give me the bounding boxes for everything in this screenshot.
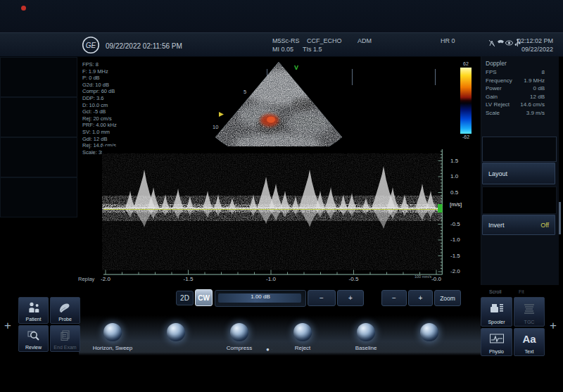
physio-label: Physio [489, 349, 504, 354]
physio-button[interactable]: Physio [481, 328, 512, 356]
mode-2d-button[interactable]: 2D [176, 291, 194, 305]
zoom-out-button[interactable]: − [381, 290, 407, 306]
param-line: Gdl: 12 dB [82, 136, 167, 143]
slider-value: 1.00 dB [215, 293, 305, 300]
rotary-knob[interactable] [293, 323, 312, 341]
depth-label-5: 5 [243, 89, 246, 95]
top-status-bar [0, 0, 563, 32]
cw-spectrogram [102, 146, 443, 277]
record-indicator-dot [21, 6, 26, 11]
end-exam-button[interactable]: End Exam [50, 325, 80, 352]
doppler-row: Power0 dB [486, 84, 545, 93]
spectrum-baseline [103, 208, 441, 209]
mode-2d-label: 2D [180, 294, 189, 302]
probe-button[interactable]: Probe [50, 297, 80, 324]
doppler-row: Frequency1.9 MHz [486, 77, 545, 85]
acquisition-parameters: FPS: 8F: 1.9 MHzP: 0 dBG2d: 10 dBCompr: … [82, 61, 167, 156]
zoom-button[interactable]: Zoom [434, 290, 461, 306]
time-axis: -2.0-1.5-1.0-0.5-0.0 [102, 276, 454, 284]
invert-toggle[interactable]: Invert Off [482, 215, 555, 235]
velocity-axis: 1.51.00.5-0.5-1.0-1.5-2.0 [449, 146, 477, 280]
param-line: SV: 1.0 mm [82, 129, 167, 136]
zoom-in-button[interactable]: + [408, 290, 433, 306]
mode-cw-button[interactable]: CW [195, 289, 213, 306]
expand-right-button[interactable]: + [550, 319, 557, 333]
panel-placeholder-box [482, 186, 557, 214]
status-icons [488, 39, 521, 48]
plus-icon: + [419, 294, 423, 302]
invert-value: Off [540, 222, 549, 229]
tgc-button[interactable]: TGC [514, 297, 545, 327]
text-label: Text [525, 349, 534, 354]
param-line: Compr: 60 dB [82, 88, 167, 95]
baseline-marker[interactable] [438, 204, 443, 213]
review-button[interactable]: Review [18, 325, 49, 352]
rotary-knob[interactable] [103, 323, 122, 341]
fit-rocker-label: Fit [519, 289, 524, 294]
velocity-tick-label: 0.5 [450, 189, 458, 196]
color-doppler-colorbar [460, 68, 472, 134]
panel-scrollbar[interactable] [559, 202, 561, 234]
velocity-tick-label: -0.5 [450, 221, 460, 227]
gain-slider[interactable]: 1.00 dB [215, 290, 306, 307]
eye-icon [506, 41, 513, 45]
velocity-tick-label: -2.0 [450, 268, 460, 274]
svg-text:GE: GE [86, 42, 96, 49]
tgc-label: TGC [524, 320, 535, 324]
doppler-row: LV Reject14.6 cm/s [486, 101, 545, 109]
doppler-panel-title: Doppler [486, 60, 507, 67]
rotary-knob[interactable] [230, 323, 248, 341]
minus-icon: − [320, 294, 324, 302]
text-annotation-button[interactable]: Aa Text [514, 328, 545, 356]
softmenu-page-dots[interactable]: ● · [266, 346, 273, 353]
rotary-knob[interactable] [420, 323, 438, 341]
velocity-tick-label: -1.0 [450, 236, 460, 243]
sweep-speed-label: 100 mm/s [415, 274, 431, 279]
review-label: Review [25, 345, 42, 350]
exam-datetime: 09/22/2022 02:11:56 PM [106, 42, 182, 50]
end-exam-label: End Exam [53, 345, 76, 350]
clip-thumbnail-slot[interactable] [0, 137, 77, 177]
layout-button[interactable]: Layout [482, 163, 555, 184]
velocity-tick-label: 1.5 [450, 158, 458, 164]
invert-label: Invert [488, 222, 505, 229]
system-date: 09/22/2022 [521, 46, 553, 53]
clip-thumbnail-slot[interactable] [0, 177, 77, 217]
rotary-knob[interactable] [357, 323, 375, 341]
patient-icon [27, 298, 41, 317]
focus-marker-icon [219, 112, 224, 117]
clip-thumbnail-slot[interactable] [0, 97, 77, 137]
colorbar-min-label: -62 [456, 134, 476, 139]
handset-icon [498, 40, 504, 44]
param-line: F: 1.9 MHz [82, 68, 167, 75]
doppler-parameter-rows: FPS8Frequency1.9 MHzPower0 dBGain12 dBLV… [486, 68, 545, 117]
rotary-knob[interactable] [167, 323, 185, 341]
param-line: Rej: 20 cm/s [82, 115, 167, 122]
system-clock: 02:12:02 PM [517, 37, 553, 44]
time-tick-label: -2.0 [97, 276, 114, 282]
param-line: DDP: 3.6 [82, 95, 167, 102]
preset-name: CCF_ECHO [307, 37, 342, 44]
text-aa-icon: Aa [522, 334, 536, 344]
minus-icon: − [392, 294, 396, 302]
decrement-button[interactable]: − [308, 290, 336, 306]
doppler-row: FPS8 [486, 68, 545, 77]
velocity-unit-label: [m/s] [450, 201, 462, 208]
tis-value: TIs 1.5 [303, 46, 322, 53]
ultrasound-screen: GE 09/22/2022 02:11:56 PM M5Sc-RS CCF_EC… [0, 0, 563, 392]
ge-logo-icon: GE [82, 36, 100, 54]
clip-thumbnail-slot[interactable] [0, 57, 77, 97]
orientation-mark: V [294, 64, 298, 71]
probe-label: Probe [58, 317, 72, 322]
title-bar: GE 09/22/2022 02:11:56 PM M5Sc-RS CCF_EC… [0, 32, 563, 57]
divider [435, 69, 436, 85]
increment-button[interactable]: + [337, 290, 364, 306]
expand-left-button[interactable]: + [4, 319, 11, 333]
time-tick-label: -0.5 [346, 276, 362, 282]
spooler-button[interactable]: Spooler [481, 297, 512, 327]
time-tick-label: -1.5 [180, 276, 197, 282]
heart-rate: HR 0 [441, 37, 455, 44]
patient-button[interactable]: Patient [18, 297, 49, 324]
layout-button-label: Layout [488, 170, 507, 177]
colorbar-max-label: 62 [456, 61, 476, 66]
